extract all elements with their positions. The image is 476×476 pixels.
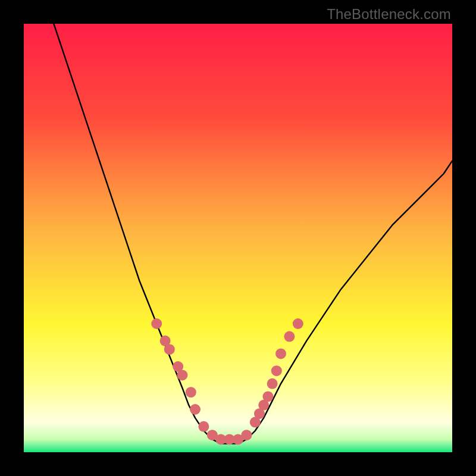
plot-area bbox=[24, 24, 452, 452]
point-right-dots bbox=[284, 331, 295, 342]
point-left-dots bbox=[151, 318, 162, 329]
series-curve-right bbox=[246, 161, 452, 439]
point-left-dots bbox=[177, 369, 187, 380]
point-left-dots bbox=[190, 404, 201, 415]
point-right-dots bbox=[293, 318, 303, 329]
watermark-text: TheBottleneck.com bbox=[327, 6, 451, 23]
point-right-dots bbox=[241, 430, 252, 440]
chart-stage: TheBottleneck.com bbox=[0, 0, 476, 476]
point-right-dots bbox=[271, 365, 282, 376]
point-left-dots bbox=[186, 387, 196, 397]
series-curve-left bbox=[54, 24, 212, 439]
point-right-dots bbox=[275, 348, 286, 359]
point-left-dots bbox=[198, 421, 209, 432]
point-left-dots bbox=[164, 344, 175, 355]
point-right-dots bbox=[262, 391, 273, 402]
plot-svg bbox=[24, 24, 452, 452]
point-right-dots bbox=[267, 378, 278, 389]
